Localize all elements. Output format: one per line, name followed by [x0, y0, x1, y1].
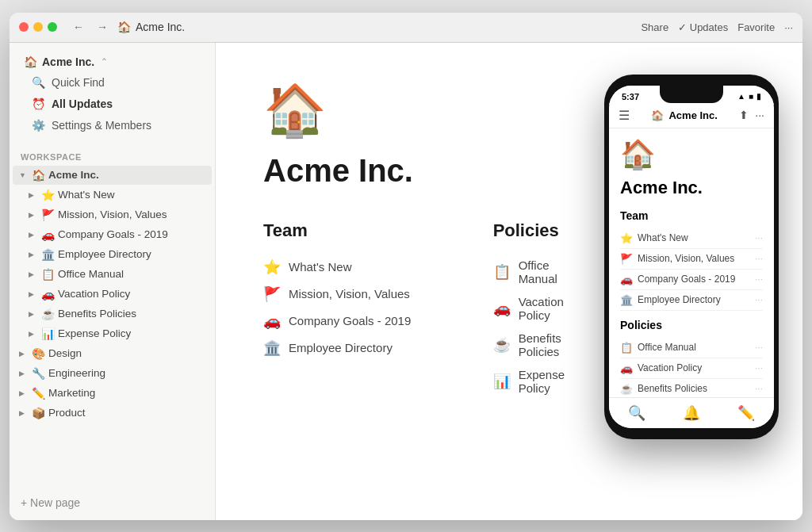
product-emoji: 📦	[32, 407, 45, 419]
sidebar-item-expense[interactable]: ▶ 📊 Expense Policy	[13, 324, 212, 343]
phone-link-dots: ···	[755, 294, 763, 305]
sidebar-item-company-goals[interactable]: ▶ 🚗 Company Goals - 2019	[13, 225, 212, 244]
phone-share-icon: ⬆	[739, 109, 749, 121]
policy-office[interactable]: 📋 Office Manual	[493, 254, 565, 290]
more-button[interactable]: ···	[784, 21, 793, 33]
sidebar-settings[interactable]: ⚙️ Settings & Members	[22, 115, 202, 136]
workspace-label: Acme Inc.	[42, 55, 94, 68]
phone-office-label: Office Manual	[638, 342, 696, 353]
phone-mission-label: Mission, Vision, Values	[638, 253, 734, 264]
sidebar-item-engineering[interactable]: ▶ 🔧 Engineering	[13, 364, 212, 383]
sidebar-all-updates[interactable]: ⏰ All Updates	[22, 94, 202, 114]
page-emoji-icon: 🏠	[117, 21, 131, 33]
phone-nav-label: Acme Inc.	[668, 109, 717, 121]
mission-link: Mission, Vision, Values	[289, 287, 410, 300]
team-goals[interactable]: 🚗 Company Goals - 2019	[263, 308, 462, 335]
close-button[interactable]	[19, 22, 29, 32]
phone-link-dots: ···	[755, 362, 763, 373]
phone-directory-label: Employee Directory	[638, 294, 721, 305]
sidebar: 🏠 Acme Inc. ⌃ 🔍 Quick Find ⏰ All Updates…	[10, 43, 216, 520]
policy-vacation[interactable]: 🚗 Vacation Policy	[493, 290, 565, 327]
benefits-link: Benefits Policies	[519, 331, 565, 358]
sidebar-item-mission[interactable]: ▶ 🚩 Mission, Vision, Values	[13, 205, 212, 224]
quick-find-label: Quick Find	[52, 76, 105, 89]
goals-emoji: 🚗	[41, 228, 55, 241]
phone-page-title: Acme Inc.	[620, 178, 763, 198]
back-button[interactable]: ←	[70, 19, 87, 35]
maximize-button[interactable]	[48, 22, 57, 32]
phone-link-left: 🚩 Mission, Vision, Values	[620, 253, 734, 265]
phone-whats-new-label: What's New	[638, 232, 688, 243]
sidebar-item-whats-new[interactable]: ▶ ⭐ What's New	[13, 186, 212, 205]
phone-team-whats-new[interactable]: ⭐ What's New ···	[620, 228, 763, 249]
benefits-label: Benefits Policies	[58, 308, 136, 320]
goals-emoji: 🚗	[263, 312, 281, 330]
chevron-right-icon: ▶	[19, 389, 29, 397]
office-link: Office Manual	[519, 258, 565, 285]
battery-icon: ▮	[756, 92, 761, 101]
workspace-name[interactable]: 🏠 Acme Inc. ⌃	[19, 52, 205, 71]
team-directory[interactable]: 🏛️ Employee Directory	[263, 335, 462, 362]
whats-new-emoji: ⭐	[41, 189, 55, 201]
phone-link-left: 🚗 Company Goals - 2019	[620, 274, 735, 285]
chevron-down-icon: ▼	[19, 171, 29, 179]
sidebar-item-acme-inc[interactable]: ▼ 🏠 Acme Inc.	[13, 166, 212, 185]
favorite-button[interactable]: Favorite	[737, 21, 775, 33]
phone-policy-office[interactable]: 📋 Office Manual ···	[620, 338, 763, 358]
team-whats-new[interactable]: ⭐ What's New	[263, 254, 462, 281]
policy-benefits[interactable]: ☕ Benefits Policies	[493, 327, 565, 363]
directory-link: Employee Directory	[289, 341, 393, 354]
chevron-right-icon: ▶	[29, 290, 38, 298]
phone-policy-vacation[interactable]: 🚗 Vacation Policy ···	[620, 358, 763, 379]
forward-button[interactable]: →	[94, 19, 111, 35]
sidebar-item-design[interactable]: ▶ 🎨 Design	[13, 344, 212, 363]
acme-label: Acme Inc.	[48, 169, 99, 181]
sidebar-quick-find[interactable]: 🔍 Quick Find	[22, 72, 202, 93]
phone-benefits-emoji: ☕	[620, 383, 633, 395]
sidebar-item-product[interactable]: ▶ 📦 Product	[13, 404, 212, 423]
phone-compose-icon[interactable]: ✏️	[737, 404, 755, 422]
phone-team-mission[interactable]: 🚩 Mission, Vision, Values ···	[620, 249, 763, 270]
chevron-right-icon: ▶	[29, 211, 38, 219]
search-icon: 🔍	[32, 76, 45, 89]
sidebar-item-marketing[interactable]: ▶ ✏️ Marketing	[13, 384, 212, 403]
sidebar-item-vacation-policy[interactable]: ▶ 🚗 Vacation Policy	[13, 285, 212, 304]
phone-content: 🏠 Acme Inc. Team ⭐ What's New ···	[609, 128, 774, 397]
expense-link: Expense Policy	[519, 368, 565, 395]
expense-emoji: 📊	[493, 373, 511, 390]
phone-link-dots: ···	[755, 342, 763, 353]
phone-directory-emoji: 🏛️	[620, 294, 633, 306]
policy-expense[interactable]: 📊 Expense Policy	[493, 363, 565, 400]
sidebar-item-employee-directory[interactable]: ▶ 🏛️ Employee Directory	[13, 245, 212, 264]
team-mission[interactable]: 🚩 Mission, Vision, Values	[263, 281, 462, 308]
mission-emoji: 🚩	[263, 285, 281, 303]
office-manual-label: Office Manual	[58, 268, 124, 280]
phone-policies-heading: Policies	[620, 319, 763, 331]
marketing-label: Marketing	[48, 387, 95, 399]
share-button[interactable]: Share	[641, 21, 668, 33]
expense-label: Expense Policy	[58, 327, 131, 339]
phone-team-directory[interactable]: 🏛️ Employee Directory ···	[620, 290, 763, 311]
sidebar-top: 🏠 Acme Inc. ⌃ 🔍 Quick Find ⏰ All Updates…	[10, 43, 215, 143]
phone-policy-benefits[interactable]: ☕ Benefits Policies ···	[620, 379, 763, 397]
phone-bell-icon[interactable]: 🔔	[683, 404, 700, 422]
phone-notch	[660, 86, 723, 103]
chevron-right-icon: ▶	[19, 369, 29, 377]
sidebar-item-office-manual[interactable]: ▶ 📋 Office Manual	[13, 265, 212, 284]
new-page-button[interactable]: + New page	[10, 492, 215, 514]
phone-link-left: 📋 Office Manual	[620, 342, 696, 354]
phone-more-icon: ···	[755, 109, 764, 121]
sidebar-item-benefits[interactable]: ▶ ☕ Benefits Policies	[13, 304, 212, 323]
phone-vacation-label: Vacation Policy	[638, 362, 702, 373]
workspace-section-label: WORKSPACE	[10, 143, 215, 165]
phone-search-icon[interactable]: 🔍	[628, 404, 645, 422]
benefits-emoji: ☕	[493, 336, 511, 354]
phone-team-goals[interactable]: 🚗 Company Goals - 2019 ···	[620, 270, 763, 290]
updates-button[interactable]: ✓ Updates	[678, 21, 728, 33]
phone-benefits-label: Benefits Policies	[638, 383, 707, 394]
vacation-emoji: 🚗	[41, 288, 55, 300]
phone-goals-emoji: 🚗	[620, 274, 633, 285]
team-heading: Team	[263, 220, 462, 241]
minimize-button[interactable]	[33, 22, 43, 32]
office-manual-emoji: 📋	[41, 268, 55, 281]
